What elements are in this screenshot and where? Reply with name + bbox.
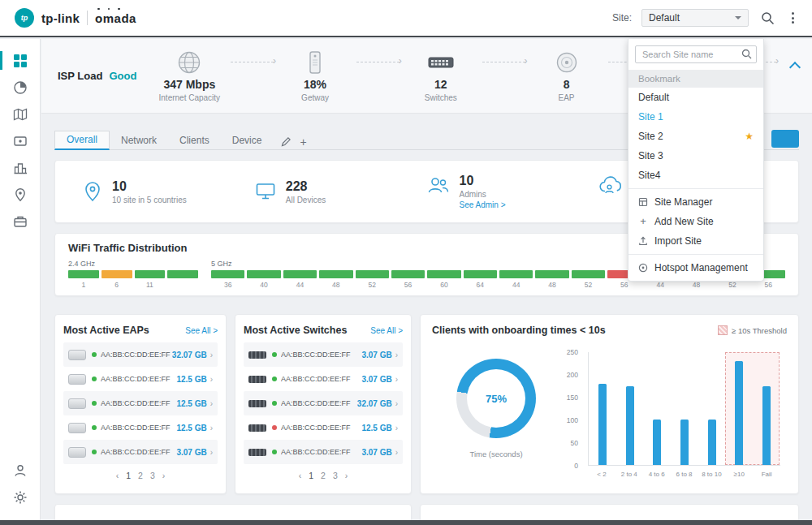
table-row[interactable]: AA:BB:CC:DD:EE:FF 32.07 GB	[244, 391, 403, 415]
wifi-channel-label: 52	[356, 281, 389, 289]
partial-card-left	[54, 504, 412, 520]
site-option-site4[interactable]: Site4	[628, 166, 763, 185]
eap-list: AA:BB:CC:DD:EE:FF 32.07 GB AA:BB:CC:DD:E…	[63, 342, 218, 464]
sidebar-item-devices[interactable]	[0, 127, 40, 154]
traffic-value-link[interactable]: 12.5 GB	[176, 424, 213, 432]
bar	[653, 420, 661, 465]
stat-all-devices: 228 All Devices	[255, 179, 427, 204]
site-option-label: Site 2	[638, 131, 663, 142]
pagination-page[interactable]: 2	[321, 471, 326, 480]
stat-internet-capacity: 347 Mbps Internet Capacity	[148, 49, 231, 102]
pagination-page[interactable]: 1	[309, 471, 313, 480]
sidebar-item-map[interactable]	[0, 101, 40, 127]
pagination-page[interactable]: 2	[138, 471, 143, 480]
table-row[interactable]: AA:BB:CC:DD:EE:FF 12.5 GB	[63, 367, 218, 391]
wifi-channel-label: 40	[247, 281, 280, 289]
pagination-next[interactable]: ›	[162, 471, 166, 480]
tab-clients[interactable]: Clients	[168, 132, 221, 149]
pagination-next[interactable]: ›	[345, 471, 348, 480]
import-site-item[interactable]: Import Site	[628, 231, 763, 251]
most-active-eaps-card: Most Active EAPs See All > AA:BB:CC:DD:E…	[54, 314, 227, 494]
wifi-channel-label: 52	[572, 281, 605, 289]
switch-thumbnail	[248, 351, 266, 359]
eap-thumbnail	[68, 374, 86, 385]
table-row[interactable]: AA:BB:CC:DD:EE:FF 3.07 GB	[244, 440, 403, 464]
see-all-link[interactable]: See All >	[185, 326, 218, 335]
pagination-page[interactable]: 3	[150, 471, 155, 480]
wifi-channel-label	[167, 281, 198, 289]
pagination-page[interactable]: 3	[333, 471, 338, 480]
add-tab-plus-icon[interactable]: +	[300, 137, 306, 147]
stat-gateway: 18% Getway	[274, 49, 356, 102]
site-option-default[interactable]: Default	[628, 88, 763, 107]
see-admin-link[interactable]: See Admin >	[460, 200, 506, 209]
wifi-channel-label: 52	[715, 281, 749, 289]
donut-caption: Time (seconds)	[469, 450, 522, 458]
site-option-site1[interactable]: Site 1	[628, 107, 763, 127]
traffic-value-link[interactable]: 3.07 GB	[361, 375, 398, 384]
see-all-link[interactable]: See All >	[370, 326, 403, 335]
traffic-value-link[interactable]: 3.07 GB	[361, 351, 398, 359]
tp-link-logo-monogram: tp	[21, 14, 28, 22]
table-row[interactable]: AA:BB:CC:DD:EE:FF 3.07 GB	[244, 342, 403, 367]
threshold-legend: ≥ 10s Threshold	[718, 325, 787, 335]
sidebar-item-settings[interactable]	[0, 484, 40, 510]
band-2-4ghz: 2.4 GHz 1611	[68, 260, 198, 289]
wifi-channel-label: 6	[102, 281, 132, 289]
site-selector[interactable]: Default	[641, 9, 749, 27]
sidebar-item-locations[interactable]	[0, 181, 40, 208]
traffic-value-link[interactable]: 12.5 GB	[361, 424, 398, 432]
wifi-channel-segment	[247, 270, 280, 278]
site-option-site3[interactable]: Site 3	[628, 146, 763, 166]
eap-icon	[554, 49, 580, 75]
isp-load-label: ISP Load	[58, 70, 102, 82]
tab-device[interactable]: Device	[221, 132, 274, 149]
edit-tabs-pencil-icon[interactable]	[281, 136, 292, 147]
table-row[interactable]: AA:BB:CC:DD:EE:FF 12.5 GB	[63, 391, 218, 415]
x-axis-label: 8 to 10	[698, 471, 725, 480]
sidebar-item-sites[interactable]	[0, 154, 40, 181]
site-search-input[interactable]	[635, 45, 757, 63]
tab-network[interactable]: Network	[110, 132, 168, 149]
add-new-site-item[interactable]: + Add New Site	[628, 212, 763, 231]
pagination-prev[interactable]: ‹	[116, 471, 119, 480]
star-icon[interactable]: ★	[745, 131, 754, 142]
search-icon[interactable]	[758, 9, 776, 27]
site-option-site2[interactable]: Site 2 ★	[628, 127, 763, 146]
bar	[680, 420, 689, 465]
sidebar-item-toolbox[interactable]	[0, 208, 40, 235]
location-pin-icon	[13, 187, 28, 202]
stat-switches: 12 Switches	[400, 49, 482, 102]
traffic-value-link[interactable]: 3.07 GB	[361, 448, 398, 457]
search-icon[interactable]	[741, 49, 752, 59]
table-row[interactable]: AA:BB:CC:DD:EE:FF 32.07 GB	[63, 342, 218, 367]
sidebar-item-dashboard[interactable]	[0, 47, 40, 74]
x-axis-label: 4 to 6	[643, 471, 671, 480]
table-row[interactable]: AA:BB:CC:DD:EE:FF 12.5 GB	[63, 415, 218, 440]
toolbar-action-button[interactable]	[771, 130, 799, 148]
table-row[interactable]: AA:BB:CC:DD:EE:FF 3.07 GB	[244, 367, 403, 391]
traffic-value-link[interactable]: 12.5 GB	[176, 399, 213, 408]
traffic-value-link[interactable]: 3.07 GB	[176, 448, 213, 457]
y-axis-label: 0	[574, 462, 578, 470]
sidebar-item-account[interactable]	[0, 457, 40, 484]
table-row[interactable]: AA:BB:CC:DD:EE:FF 12.5 GB	[244, 415, 403, 440]
pagination-prev[interactable]: ‹	[299, 471, 302, 480]
traffic-value-link[interactable]: 32.07 GB	[172, 351, 213, 359]
pagination-page[interactable]: 1	[126, 471, 131, 480]
traffic-value-link[interactable]: 12.5 GB	[176, 375, 213, 384]
table-row[interactable]: AA:BB:CC:DD:EE:FF 3.07 GB	[63, 440, 218, 464]
collapse-strip-chevron-up-icon[interactable]	[789, 62, 801, 73]
tab-overall[interactable]: Overall	[54, 131, 110, 150]
menu-item-label: Import Site	[654, 235, 702, 247]
hotspot-management-item[interactable]: Hotspot Management	[628, 258, 763, 278]
wifi-channel-label: 56	[391, 281, 425, 289]
sidebar-item-statistics[interactable]	[0, 74, 40, 101]
more-menu-icon[interactable]	[786, 12, 799, 24]
traffic-value-link[interactable]: 32.07 GB	[357, 399, 398, 408]
eap-thumbnail	[68, 350, 86, 360]
device-icon	[13, 134, 28, 148]
site-manager-item[interactable]: Site Manager	[628, 192, 763, 212]
wifi-channel-segment	[167, 270, 198, 278]
wifi-channel-label: 44	[283, 281, 317, 289]
